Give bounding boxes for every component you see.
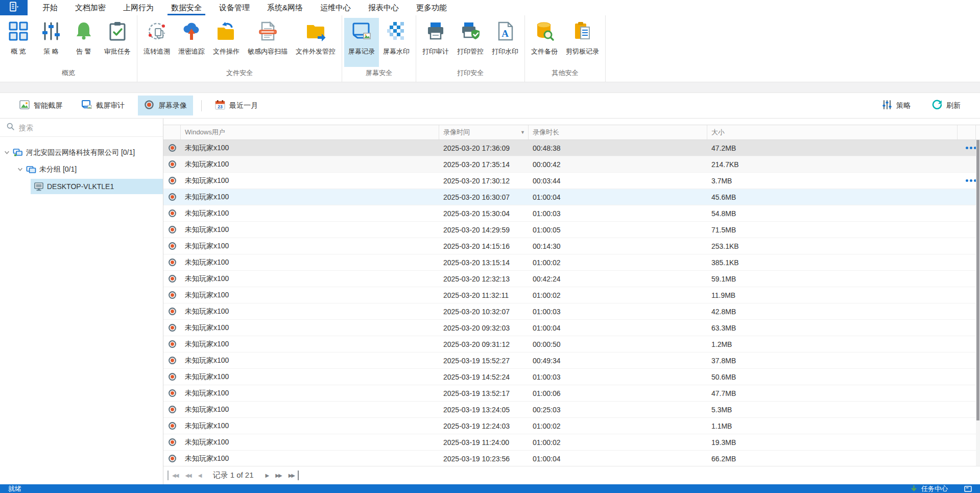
ribbon-group-label: 屏幕安全 (344, 67, 414, 82)
cell-size: 11.9MB (707, 291, 962, 299)
header-windows-user[interactable]: Windows用户 (181, 125, 439, 139)
ribbon-item-sensitive-content-scan[interactable]: 敏感内容扫描 (244, 18, 292, 67)
header-size[interactable]: 大小 (707, 125, 958, 139)
toolbar-button-label: 最近一月 (229, 101, 258, 110)
cell-windows-user: 未知玩家x100 (181, 291, 439, 300)
table-row[interactable]: 未知玩家x100 2025-03-20 17:30:12 00:03:44 3.… (163, 173, 980, 189)
pagination-fast-prev-button[interactable]: ◀◀ (181, 471, 194, 480)
tree-node-ungrouped[interactable]: 未分组 [0/1] (0, 161, 163, 178)
record-icon (163, 242, 181, 250)
date-filter-button[interactable]: 23 最近一月 (209, 96, 264, 115)
menu-tab[interactable]: 系统&网络 (258, 0, 312, 15)
ribbon-item-print-audit[interactable]: 打印审计 (418, 18, 453, 67)
record-icon (163, 389, 181, 397)
table-row[interactable]: 未知玩家x100 2025-03-20 10:32:07 01:00:03 42… (163, 303, 980, 320)
cell-size: 47.7MB (707, 389, 962, 397)
pagination-last-button[interactable]: ▶▶ (285, 471, 299, 480)
ribbon-item-leak-tracking[interactable]: 泄密追踪 (174, 18, 209, 67)
table-row[interactable]: 未知玩家x100 2025-03-20 13:15:14 01:00:02 38… (163, 254, 980, 271)
header-duration[interactable]: 录像时长 (529, 125, 707, 139)
cell-windows-user: 未知玩家x100 (181, 389, 439, 398)
ribbon-item-print-watermark[interactable]: A 打印水印 (488, 18, 522, 67)
search-box[interactable] (0, 119, 163, 137)
cell-windows-user: 未知玩家x100 (181, 438, 439, 447)
header-record-time[interactable]: 录像时间 ▼ (439, 125, 529, 139)
menu-tab[interactable]: 文档加密 (66, 0, 114, 15)
record-icon (163, 307, 181, 316)
policy-button[interactable]: 策略 (876, 96, 917, 115)
cell-duration: 01:00:04 (529, 193, 707, 201)
table-row[interactable]: 未知玩家x100 2025-03-19 13:52:17 01:00:06 47… (163, 385, 980, 402)
cell-windows-user: 未知玩家x100 (181, 356, 439, 365)
ribbon-item-file-outgoing-control[interactable]: 文件外发管控 (292, 18, 340, 67)
tree-node-desktop-vlktle1[interactable]: DESKTOP-VLKTLE1 (0, 178, 163, 195)
ribbon-item-file-backup[interactable]: 文件备份 (527, 18, 562, 67)
header-actions-column (958, 125, 976, 139)
menu-tab[interactable]: 数据安全 (162, 0, 210, 15)
table-row[interactable]: 未知玩家x100 2025-03-19 12:24:03 01:00:02 1.… (163, 418, 980, 434)
cell-size: 5.3MB (707, 406, 962, 414)
table-row[interactable]: 未知玩家x100 2025-03-20 09:32:03 01:00:04 63… (163, 320, 980, 336)
table-row[interactable]: 未知玩家x100 2025-03-19 14:52:24 01:00:03 50… (163, 369, 980, 385)
ribbon-item-overview[interactable]: 概 览 (2, 18, 35, 67)
table-row[interactable]: 未知玩家x100 2025-03-20 11:32:11 01:00:02 11… (163, 287, 980, 303)
table-body: 未知玩家x100 2025-03-20 17:36:09 00:48:38 47… (163, 140, 980, 466)
cell-duration: 01:00:03 (529, 308, 707, 316)
table-row[interactable]: 未知玩家x100 2025-03-20 17:36:09 00:48:38 47… (163, 140, 980, 156)
pagination-prev-button[interactable]: ◀ (195, 471, 205, 480)
cell-record-time: 2025-03-19 13:52:17 (439, 389, 529, 397)
folder-return-icon (216, 21, 236, 43)
table-row[interactable]: 未知玩家x100 2025-03-20 12:32:13 00:42:24 59… (163, 271, 980, 287)
app-menu-button[interactable] (0, 0, 28, 15)
search-input[interactable] (19, 124, 157, 132)
refresh-button[interactable]: 刷新 (926, 96, 967, 115)
smart-screenshot-button[interactable]: 智能截屏 (13, 96, 68, 115)
task-center-button[interactable]: 任务中心 (921, 484, 948, 493)
ribbon-item-alerts[interactable]: 告 警 (67, 18, 100, 67)
ribbon-item-policy[interactable]: 策 略 (35, 18, 67, 67)
vertical-scrollbar[interactable] (976, 140, 980, 466)
menu-tab[interactable]: 设备管理 (210, 0, 258, 15)
menu-tab[interactable]: 更多功能 (408, 0, 456, 15)
ribbon-item-clipboard-records[interactable]: 剪切板记录 (562, 18, 603, 67)
cell-duration: 01:00:04 (529, 455, 707, 463)
table-row[interactable]: 未知玩家x100 2025-03-19 13:24:05 00:25:03 5.… (163, 402, 980, 418)
ribbon-item-flow-trace[interactable]: 流转追溯 (139, 18, 174, 67)
menu-tab[interactable]: 运维中心 (312, 0, 360, 15)
pagination-next-button[interactable]: ▶ (262, 471, 272, 480)
ribbon-group-label: 文件安全 (139, 67, 340, 82)
cell-duration: 01:00:06 (529, 389, 707, 397)
menu-tab[interactable]: 报表中心 (360, 0, 408, 15)
table-row[interactable]: 未知玩家x100 2025-03-20 17:35:14 00:00:42 21… (163, 156, 980, 173)
table-row[interactable]: 未知玩家x100 2025-03-20 16:30:07 01:00:04 45… (163, 189, 980, 205)
screen-video-button[interactable]: 屏幕录像 (138, 96, 193, 115)
pagination-first-button[interactable]: ◀◀ (168, 471, 181, 480)
pagination-fast-next-button[interactable]: ▶▶ (272, 471, 284, 480)
ribbon-item-screen-recording[interactable]: 屏幕记录 (344, 18, 379, 67)
ribbon-item-approval-tasks[interactable]: 审批任务 (100, 18, 135, 67)
table-row[interactable]: 未知玩家x100 2025-03-20 14:29:59 01:00:05 71… (163, 222, 980, 238)
cell-record-time: 2025-03-19 12:24:03 (439, 422, 529, 430)
record-icon (163, 209, 181, 218)
table-row[interactable]: 未知玩家x100 2025-03-19 10:23:56 01:00:04 66… (163, 451, 980, 466)
ribbon-item-file-operations[interactable]: 文件操作 (209, 18, 244, 67)
table-row[interactable]: 未知玩家x100 2025-03-20 15:30:04 01:00:03 54… (163, 205, 980, 222)
tree-node-company[interactable]: 河北安固云网络科技有限公司 [0/1] (0, 144, 163, 161)
screenshot-audit-button[interactable]: 截屏审计 (76, 96, 131, 115)
cell-size: 1.2MB (707, 340, 962, 348)
cell-windows-user: 未知玩家x100 (181, 144, 439, 153)
ribbon-item-screen-watermark[interactable]: 屏幕水印 (379, 18, 414, 67)
table-row[interactable]: 未知玩家x100 2025-03-20 09:31:12 00:00:50 1.… (163, 336, 980, 353)
ribbon-item-print-control[interactable]: 打印管控 (453, 18, 488, 67)
table-row[interactable]: 未知玩家x100 2025-03-19 11:24:00 01:00:02 19… (163, 434, 980, 451)
task-window-icon[interactable] (964, 486, 972, 492)
menu-tab[interactable]: 上网行为 (114, 0, 162, 15)
table-row[interactable]: 未知玩家x100 2025-03-20 14:15:16 00:14:30 25… (163, 238, 980, 254)
sort-descending-icon: ▼ (520, 130, 525, 135)
pagination-label: 记录 1 of 21 (212, 471, 253, 480)
table-row[interactable]: 未知玩家x100 2025-03-19 15:52:27 00:49:34 37… (163, 353, 980, 369)
cell-record-time: 2025-03-20 16:30:07 (439, 193, 529, 201)
ribbon-group-print-security: 打印审计 打印管控 A 打印水印 打印安全 (416, 15, 525, 82)
scrollbar-thumb[interactable] (976, 140, 979, 420)
menu-tab[interactable]: 开始 (34, 0, 66, 15)
